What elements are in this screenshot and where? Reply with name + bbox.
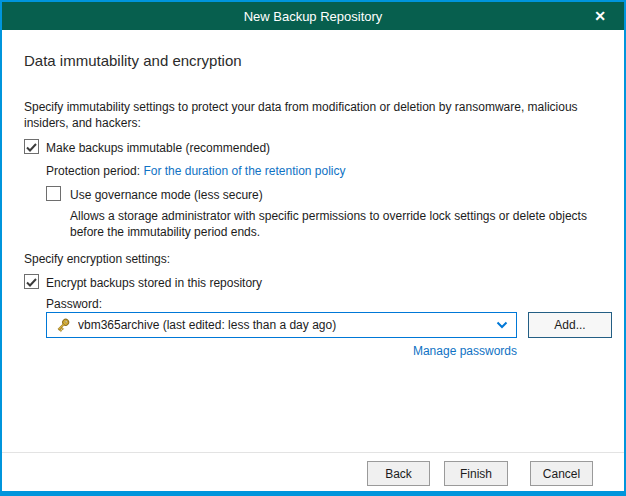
manage-passwords-link[interactable]: Manage passwords xyxy=(413,343,517,359)
chevron-down-icon[interactable] xyxy=(496,321,508,329)
password-dropdown[interactable]: vbm365archive (last edited: less than a … xyxy=(46,312,517,338)
encryption-intro: Specify encryption settings: xyxy=(24,251,170,267)
cancel-button[interactable]: Cancel xyxy=(530,461,593,486)
protection-period-row: Protection period: For the duration of t… xyxy=(46,163,346,179)
make-backups-immutable-label[interactable]: Make backups immutable (recommended) xyxy=(46,140,270,156)
new-backup-repository-dialog: New Backup Repository ✕ Data immutabilit… xyxy=(0,0,626,496)
window-title: New Backup Repository xyxy=(244,9,383,24)
make-backups-immutable-checkbox[interactable] xyxy=(24,139,39,154)
immutability-intro-line1: Specify immutability settings to protect… xyxy=(24,99,578,115)
governance-mode-label[interactable]: Use governance mode (less secure) xyxy=(70,187,263,203)
add-password-button[interactable]: Add... xyxy=(528,312,612,338)
finish-button[interactable]: Finish xyxy=(444,461,508,486)
check-icon xyxy=(26,278,37,287)
back-button[interactable]: Back xyxy=(367,461,430,486)
page-title: Data immutability and encryption xyxy=(24,53,242,69)
governance-description-line2: before the immutability period ends. xyxy=(70,224,260,240)
password-label: Password: xyxy=(46,296,102,312)
check-icon xyxy=(26,143,37,152)
governance-description-line1: Allows a storage administrator with spec… xyxy=(70,208,587,224)
protection-period-link[interactable]: For the duration of the retention policy xyxy=(143,164,345,178)
protection-period-label: Protection period: xyxy=(46,164,140,178)
encrypt-backups-label[interactable]: Encrypt backups stored in this repositor… xyxy=(46,275,262,291)
immutability-intro-line2: insiders, and hackers: xyxy=(24,115,141,131)
encrypt-backups-checkbox[interactable] xyxy=(24,274,39,289)
governance-mode-checkbox[interactable] xyxy=(46,186,61,201)
titlebar: New Backup Repository ✕ xyxy=(2,2,624,30)
password-dropdown-value: vbm365archive (last edited: less than a … xyxy=(78,318,489,332)
close-icon[interactable]: ✕ xyxy=(584,2,616,30)
footer-separator xyxy=(2,452,624,453)
key-icon xyxy=(55,317,71,333)
